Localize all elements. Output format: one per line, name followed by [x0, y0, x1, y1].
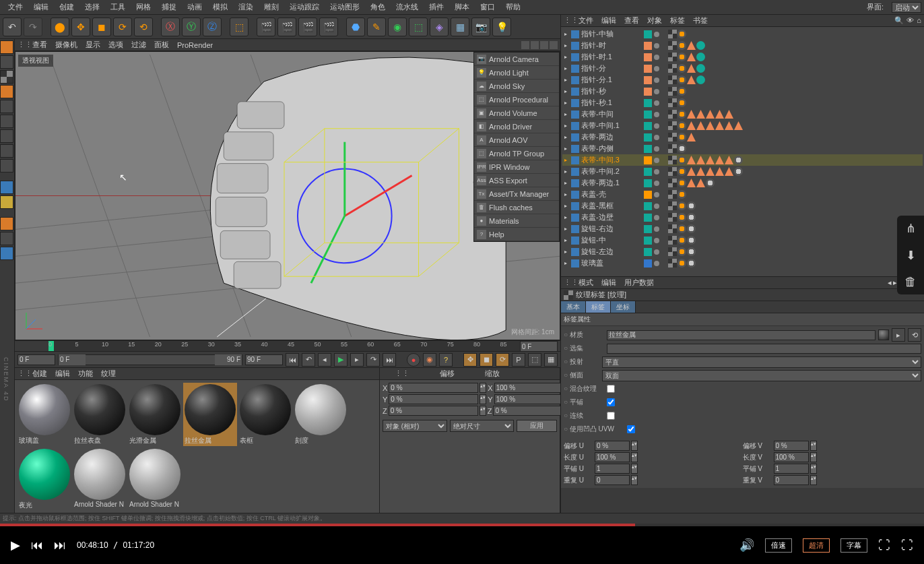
- tag-tri-icon[interactable]: [687, 75, 696, 84]
- material-item[interactable]: 玻璃盖: [18, 383, 71, 446]
- visibility-dot[interactable]: [654, 169, 659, 175]
- layer-color-swatch[interactable]: [644, 156, 652, 164]
- tag-tri-icon[interactable]: [696, 167, 705, 176]
- tag-check-icon[interactable]: [668, 30, 677, 38]
- texture-button[interactable]: [0, 70, 13, 84]
- object-row[interactable]: ▸表带-内侧: [562, 143, 923, 154]
- tag-gray-dot-icon[interactable]: [678, 144, 686, 153]
- tag-dot-icon[interactable]: [678, 201, 686, 210]
- layer-color-swatch[interactable]: [644, 248, 652, 256]
- repv-input[interactable]: [774, 475, 809, 485]
- visibility-dot[interactable]: [654, 43, 659, 49]
- expand-icon[interactable]: ▸: [562, 191, 569, 197]
- key-rot-button[interactable]: ⟳: [496, 353, 509, 367]
- layer-color-swatch[interactable]: [644, 42, 652, 50]
- menu-pipeline[interactable]: 流水线: [391, 2, 424, 12]
- layer-color-swatch[interactable]: [644, 202, 652, 210]
- tag-tri-icon[interactable]: [687, 110, 696, 119]
- tag-tri-icon[interactable]: [687, 53, 696, 61]
- deformer-button[interactable]: ◈: [430, 18, 449, 36]
- tag-dot-icon[interactable]: [678, 259, 686, 268]
- om-file[interactable]: 文件: [579, 15, 593, 26]
- spinner-icon[interactable]: ▴▾: [631, 452, 638, 462]
- object-row[interactable]: ▸指针-分.1: [562, 74, 923, 86]
- pen-tool-button[interactable]: ✎: [367, 18, 386, 36]
- material-input[interactable]: [607, 330, 876, 340]
- tag-tri-icon[interactable]: [687, 179, 696, 187]
- visibility-dot[interactable]: [654, 203, 659, 209]
- tag-tri-icon[interactable]: [687, 41, 696, 50]
- arnold-materials-item[interactable]: ●Materials: [474, 214, 559, 228]
- player-next-button[interactable]: ⏭: [54, 538, 66, 553]
- tag-check-icon[interactable]: [668, 64, 677, 73]
- projection-select[interactable]: 平直: [602, 356, 921, 368]
- render-picture-button[interactable]: 🎬: [319, 18, 338, 36]
- uvw-checkbox[interactable]: [627, 425, 635, 433]
- keyframe-options-button[interactable]: ?: [439, 353, 453, 367]
- eye-icon[interactable]: 👁: [906, 16, 914, 25]
- fullscreen-icon[interactable]: ⛶: [901, 538, 913, 553]
- visibility-dot[interactable]: [654, 226, 659, 232]
- mat-create[interactable]: 创建: [32, 369, 47, 379]
- tag-check-icon[interactable]: [668, 236, 677, 245]
- arnold-aov-item[interactable]: AArnold AOV: [474, 133, 559, 147]
- layer-color-swatch[interactable]: [644, 237, 652, 245]
- lengthu-input[interactable]: [595, 452, 630, 462]
- apply-button[interactable]: 应用: [517, 420, 557, 432]
- spinner-icon[interactable]: ▴▾: [810, 441, 817, 451]
- visibility-dot[interactable]: [654, 249, 659, 255]
- quality-button[interactable]: 超清: [803, 538, 830, 553]
- expand-icon[interactable]: ▸: [562, 88, 569, 94]
- arnold-camera-item[interactable]: 📷Arnold Camera: [474, 53, 559, 66]
- expand-icon[interactable]: ▸: [562, 226, 569, 232]
- tag-dot-icon[interactable]: [678, 167, 686, 176]
- visibility-dot[interactable]: [654, 77, 659, 83]
- object-row[interactable]: ▸旋钮-左边: [562, 246, 923, 257]
- arnold-sky-item[interactable]: ☁Arnold Sky: [474, 80, 559, 93]
- model-mode-button[interactable]: [0, 40, 13, 54]
- tag-dot-icon[interactable]: [678, 110, 686, 119]
- next-frame-button[interactable]: ▸: [350, 353, 364, 367]
- om-bookmarks[interactable]: 书签: [693, 15, 708, 26]
- object-axis-button[interactable]: [0, 55, 13, 69]
- recent-tool[interactable]: ⟲: [134, 18, 153, 36]
- vp-display[interactable]: 显示: [86, 40, 100, 50]
- pos-input[interactable]: [389, 406, 478, 416]
- tag-dot-icon[interactable]: [678, 87, 686, 96]
- arnold-light-item[interactable]: 💡Arnold Light: [474, 66, 559, 80]
- tag-tri-icon[interactable]: [696, 156, 705, 164]
- range-max-input[interactable]: [215, 354, 242, 365]
- vp-panel[interactable]: 面板: [154, 40, 169, 50]
- layer-color-swatch[interactable]: [644, 145, 652, 153]
- timeline-ruler[interactable]: 051015202530354045505560657075808590: [15, 340, 560, 351]
- om-tags[interactable]: 标签: [670, 15, 685, 26]
- tag-dot-icon[interactable]: [678, 224, 686, 233]
- tag-tri-icon[interactable]: [706, 167, 715, 176]
- tag-dot-icon[interactable]: [678, 98, 686, 107]
- expand-icon[interactable]: ▸: [562, 203, 569, 209]
- visibility-dot[interactable]: [654, 238, 659, 243]
- object-row[interactable]: ▸表带-中间.2: [562, 166, 923, 177]
- tag-check-icon[interactable]: [668, 156, 677, 164]
- tag-dot-icon[interactable]: [678, 75, 686, 84]
- timeline-window-button[interactable]: ▦: [544, 353, 558, 367]
- tag-dot-icon[interactable]: [678, 41, 686, 50]
- menu-window[interactable]: 窗口: [475, 2, 500, 12]
- arnold-flush-item[interactable]: 🗑Flush caches: [474, 201, 559, 214]
- om-edit[interactable]: 编辑: [601, 15, 616, 26]
- layer-color-swatch[interactable]: [644, 122, 652, 130]
- layer-color-swatch[interactable]: [644, 30, 652, 38]
- expand-icon[interactable]: ▸: [562, 214, 569, 220]
- material-item[interactable]: Arnold Shader N: [128, 447, 182, 511]
- object-row[interactable]: ▸指针-时.1: [562, 51, 923, 63]
- tag-gray-dot-icon[interactable]: [687, 213, 696, 222]
- select-tool[interactable]: ⬤: [51, 18, 69, 36]
- nav-back-icon[interactable]: ◂: [888, 278, 892, 287]
- tag-check-icon[interactable]: [668, 144, 677, 153]
- vp-prorender[interactable]: ProRender: [177, 41, 213, 49]
- visibility-dot[interactable]: [654, 192, 659, 197]
- tag-tri-icon[interactable]: [687, 121, 696, 130]
- tag-tri-icon[interactable]: [725, 156, 733, 164]
- layer-color-swatch[interactable]: [644, 259, 652, 268]
- tag-gray-dot-icon[interactable]: [706, 179, 715, 187]
